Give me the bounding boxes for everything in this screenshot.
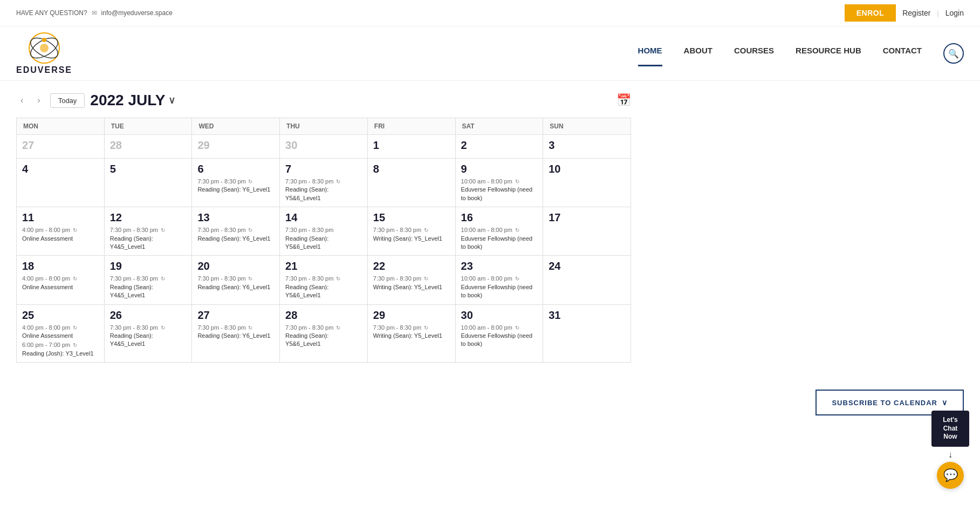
calendar-event[interactable]: 7:30 pm - 8:30 pm ↻Writing (Sean): Y5_Le… [373, 324, 450, 340]
month-title[interactable]: 2022 JULY ∨ [90, 92, 175, 109]
prev-month-button[interactable]: ‹ [16, 93, 28, 107]
event-repeat-icon: ↻ [247, 179, 253, 185]
calendar-cell[interactable]: 10 [543, 159, 631, 207]
calendar-event[interactable]: 4:00 pm - 8:00 pm ↻Online Assessment [22, 275, 99, 291]
calendar-cell[interactable]: 67:30 pm - 8:30 pm ↻Reading (Sean): Y6_L… [192, 159, 280, 207]
calendar-event[interactable]: 7:30 pm - 8:30 pm ↻Reading (Sean): Y6_Le… [197, 226, 274, 243]
calendar-event[interactable]: 7:30 pm - 8:30 pm ↻Reading (Sean): Y6_Le… [197, 275, 274, 291]
calendar-cell[interactable]: 28 [104, 135, 192, 159]
calendar-cell[interactable]: 5 [104, 159, 192, 207]
today-button[interactable]: Today [50, 93, 85, 108]
enrol-button[interactable]: ENROL [845, 4, 896, 22]
nav-about[interactable]: ABOUT [684, 46, 712, 66]
subscribe-label: SUBSCRIBE TO CALENDAR [832, 399, 937, 407]
calendar-event[interactable]: 7:30 pm - 8:30 pm ↻Reading (Sean): Y5&6_… [285, 178, 362, 202]
calendar-cell[interactable]: 8 [367, 159, 455, 207]
logo-text: EDUVERSE [16, 65, 72, 75]
calendar-cell[interactable]: 17 [543, 207, 631, 256]
event-repeat-icon: ↻ [513, 325, 519, 331]
event-time: 7:30 pm - 8:30 pm ↻ [110, 324, 165, 331]
event-repeat-icon: ↻ [247, 325, 253, 331]
day-number: 19 [110, 260, 187, 272]
event-time: 10:00 am - 8:00 pm ↻ [461, 227, 519, 233]
calendar-cell[interactable]: 217:30 pm - 8:30 pm ↻Reading (Sean): Y5&… [280, 256, 368, 304]
calendar-cell[interactable]: 114:00 pm - 8:00 pm ↻Online Assessment [17, 207, 105, 256]
mail-icon: ✉ [92, 9, 97, 17]
calendar-cell[interactable]: 157:30 pm - 8:30 pm ↻Writing (Sean): Y5_… [367, 207, 455, 256]
calendar-event[interactable]: 7:30 pm - 8:30 pm ↻Reading (Sean): Y4&5_… [110, 275, 187, 299]
event-time: 7:30 pm - 8:30 pm ↻ [373, 227, 428, 233]
day-number: 23 [461, 260, 538, 272]
calendar-cell[interactable]: 4 [17, 159, 105, 207]
nav-contact[interactable]: CONTACT [883, 46, 922, 66]
calendar-event[interactable]: 7:30 pm - 8:30 pm ↻Writing (Sean): Y5_Le… [373, 275, 450, 291]
event-time: 7:30 pm - 8:30 pm ↻ [110, 275, 165, 282]
event-title: Reading (Sean): Y6_Level1 [197, 283, 274, 291]
calendar-cell[interactable]: 27 [17, 135, 105, 159]
day-number: 13 [197, 212, 274, 224]
calendar-cell[interactable]: 184:00 pm - 8:00 pm ↻Online Assessment [17, 256, 105, 304]
calendar-cell[interactable]: 207:30 pm - 8:30 pm ↻Reading (Sean): Y6_… [192, 256, 280, 304]
calendar-event[interactable]: 7:30 pm - 8:30 pm ↻Writing (Sean): Y5_Le… [373, 226, 450, 243]
search-button[interactable]: 🔍 [943, 43, 964, 64]
calendar-cell[interactable]: 910:00 am - 8:00 pm ↻Eduverse Fellowship… [455, 159, 543, 207]
calendar-event[interactable]: 6:00 pm - 7:00 pm ↻Reading (Josh): Y3_Le… [22, 341, 99, 358]
calendar-cell[interactable]: 29 [192, 135, 280, 159]
calendar-cell[interactable]: 267:30 pm - 8:30 pm ↻Reading (Sean): Y4&… [104, 304, 192, 363]
day-number: 10 [549, 163, 625, 175]
calendar-event[interactable]: 7:30 pm - 8:30 pm ↻Reading (Sean): Y5&6_… [285, 324, 362, 349]
calendar-view-button[interactable]: 📅 [616, 93, 631, 107]
calendar-event[interactable]: 10:00 am - 8:00 pm ↻Eduverse Fellowship … [461, 226, 538, 251]
event-title: Reading (Sean): Y5&6_Level1 [285, 186, 362, 202]
calendar-event[interactable]: 7:30 pm - 8:30 pm ↻Reading (Sean): Y4&5_… [110, 324, 187, 349]
event-repeat-icon: ↻ [513, 179, 519, 185]
calendar-event[interactable]: 7:30 pm - 8:30 pm ↻Reading (Sean): Y6_Le… [197, 324, 274, 340]
nav-resource-hub[interactable]: RESOURCE HUB [796, 46, 861, 66]
calendar-cell[interactable]: 197:30 pm - 8:30 pm ↻Reading (Sean): Y4&… [104, 256, 192, 304]
calendar-event[interactable]: 4:00 pm - 8:00 pm ↻Online Assessment [22, 324, 99, 340]
calendar-cell[interactable]: 127:30 pm - 8:30 pm ↻Reading (Sean): Y4&… [104, 207, 192, 256]
calendar-cell[interactable]: 1610:00 am - 8:00 pm ↻Eduverse Fellowshi… [455, 207, 543, 256]
calendar-cell[interactable]: 77:30 pm - 8:30 pm ↻Reading (Sean): Y5&6… [280, 159, 368, 207]
calendar-cell[interactable]: 31 [543, 304, 631, 363]
nav-courses[interactable]: COURSES [734, 46, 774, 66]
calendar-event[interactable]: 7:30 pm - 8:30 pm ↻Reading (Sean): Y6_Le… [197, 178, 274, 194]
calendar-event[interactable]: 7:30 pm - 8:30 pmReading (Sean): Y5&6_Le… [285, 226, 362, 251]
event-title: Reading (Sean): Y5&6_Level1 [285, 283, 362, 300]
event-title: Reading (Sean): Y6_Level1 [197, 235, 274, 243]
day-number: 3 [549, 139, 625, 152]
day-number: 30 [461, 309, 538, 322]
calendar-cell[interactable]: 227:30 pm - 8:30 pm ↻Writing (Sean): Y5_… [367, 256, 455, 304]
calendar-cell[interactable]: 277:30 pm - 8:30 pm ↻Reading (Sean): Y6_… [192, 304, 280, 363]
calendar-cell[interactable]: 24 [543, 256, 631, 304]
calendar-event[interactable]: 7:30 pm - 8:30 pm ↻Reading (Sean): Y5&6_… [285, 275, 362, 299]
calendar-cell[interactable]: 254:00 pm - 8:00 pm ↻Online Assessment6:… [17, 304, 105, 363]
next-month-button[interactable]: › [33, 93, 44, 107]
calendar-cell[interactable]: 3010:00 am - 8:00 pm ↻Eduverse Fellowshi… [455, 304, 543, 363]
calendar-cell[interactable]: 297:30 pm - 8:30 pm ↻Writing (Sean): Y5_… [367, 304, 455, 363]
event-time: 4:00 pm - 8:00 pm ↻ [22, 275, 77, 282]
day-number: 27 [197, 309, 274, 322]
calendar-event[interactable]: 4:00 pm - 8:00 pm ↻Online Assessment [22, 226, 99, 243]
login-link[interactable]: Login [945, 9, 964, 17]
event-title: Reading (Sean): Y6_Level1 [197, 186, 274, 194]
calendar-cell[interactable]: 2 [455, 135, 543, 159]
calendar-cell[interactable]: 30 [280, 135, 368, 159]
calendar-table: MON TUE WED THU FRI SAT SUN 272829301234… [16, 118, 631, 363]
event-repeat-icon: ↻ [334, 276, 340, 282]
calendar-event[interactable]: 10:00 am - 8:00 pm ↻Eduverse Fellowship … [461, 178, 538, 202]
calendar-cell[interactable]: 147:30 pm - 8:30 pmReading (Sean): Y5&6_… [280, 207, 368, 256]
calendar-event[interactable]: 10:00 am - 8:00 pm ↻Eduverse Fellowship … [461, 324, 538, 349]
calendar-event[interactable]: 7:30 pm - 8:30 pm ↻Reading (Sean): Y4&5_… [110, 226, 187, 251]
event-repeat-icon: ↻ [159, 276, 165, 282]
calendar-event[interactable]: 10:00 am - 8:00 pm ↻Eduverse Fellowship … [461, 275, 538, 299]
col-wed: WED [192, 118, 280, 135]
register-link[interactable]: Register [902, 9, 930, 17]
calendar-cell[interactable]: 2310:00 am - 8:00 pm ↻Eduverse Fellowshi… [455, 256, 543, 304]
calendar-cell[interactable]: 137:30 pm - 8:30 pm ↻Reading (Sean): Y6_… [192, 207, 280, 256]
calendar-cell[interactable]: 3 [543, 135, 631, 159]
calendar-cell[interactable]: 1 [367, 135, 455, 159]
nav-home[interactable]: HOME [638, 46, 662, 66]
subscribe-chevron-icon: ∨ [942, 398, 948, 407]
calendar-cell[interactable]: 287:30 pm - 8:30 pm ↻Reading (Sean): Y5&… [280, 304, 368, 363]
